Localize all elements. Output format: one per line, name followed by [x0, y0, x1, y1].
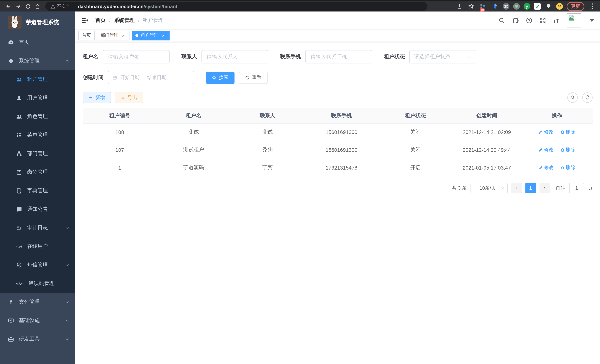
- extension-green-icon[interactable]: [534, 3, 541, 10]
- delete-link[interactable]: 删除: [560, 164, 575, 171]
- col-tenant-id: 租户编号: [83, 108, 157, 123]
- refresh-table-button[interactable]: [582, 92, 593, 103]
- bookmark-star-icon[interactable]: [467, 2, 475, 10]
- sidebar-item-notice[interactable]: 通知公告: [0, 200, 75, 219]
- plus-icon: [89, 95, 93, 100]
- tab-home[interactable]: 首页: [78, 31, 95, 40]
- filter-label: 创建时间: [83, 74, 103, 81]
- mobile-input[interactable]: [305, 50, 372, 64]
- reset-button[interactable]: 重置: [239, 71, 268, 84]
- filter-label: 联系人: [181, 53, 197, 60]
- breadcrumb-current: 租户管理: [143, 17, 164, 24]
- cell-created: 2021-12-14 21:02:09: [452, 123, 521, 141]
- sidebar-item-dev-tools[interactable]: 研发工具: [0, 330, 75, 348]
- browser-menu-icon[interactable]: [588, 2, 596, 10]
- cell-tenant-id: 108: [83, 123, 157, 141]
- breadcrumb-home[interactable]: 首页: [95, 17, 106, 24]
- sidebar-item-sms[interactable]: 短信管理: [0, 256, 75, 274]
- sidebar-item-payment[interactable]: ¥ 支付管理: [0, 293, 75, 311]
- filter-mobile: 联系手机: [280, 50, 372, 64]
- sidebar-item-online-users[interactable]: 在线用户: [0, 237, 75, 256]
- home-icon[interactable]: [33, 1, 42, 11]
- fullscreen-icon[interactable]: [539, 17, 547, 24]
- sidebar-item-dict[interactable]: 字典管理: [0, 181, 75, 200]
- reload-icon[interactable]: [23, 1, 33, 11]
- select-placeholder: 请选择租户状态: [414, 53, 467, 60]
- edit-link[interactable]: 修改: [538, 129, 554, 135]
- sidebar-item-system[interactable]: 系统管理: [0, 52, 75, 70]
- sidebar-item-user[interactable]: 用户管理: [0, 89, 75, 107]
- goto-page-input[interactable]: [569, 183, 584, 193]
- app-logo[interactable]: 芋道管理系统: [0, 11, 75, 33]
- sidebar-item-post[interactable]: 岗位管理: [0, 163, 75, 181]
- forward-icon[interactable]: [13, 1, 23, 11]
- sidebar-fold-icon[interactable]: [81, 16, 89, 25]
- tenant-name-input[interactable]: [103, 50, 169, 64]
- extension-drop-icon[interactable]: [491, 2, 499, 10]
- sidebar-item-menu[interactable]: 菜单管理: [0, 126, 75, 144]
- page-size-select[interactable]: 10条/页: [470, 183, 508, 193]
- yen-icon: ¥: [8, 298, 14, 306]
- delete-link[interactable]: 删除: [560, 147, 575, 153]
- delete-link[interactable]: 删除: [560, 129, 575, 135]
- extension-y-icon[interactable]: y: [524, 3, 530, 10]
- cell-contact: 测试: [231, 123, 304, 141]
- back-icon[interactable]: [4, 1, 13, 11]
- extensions-puzzle-icon[interactable]: [544, 2, 553, 10]
- sidebar-item-infrastructure[interactable]: 基础设施: [0, 311, 75, 330]
- page-1-button[interactable]: 1: [525, 183, 536, 193]
- extension-pin-icon[interactable]: 10: [479, 2, 487, 10]
- magnifier-icon: [570, 95, 575, 100]
- sidebar-item-label: 错误码管理: [28, 280, 55, 287]
- prev-page-button[interactable]: ‹: [511, 183, 522, 193]
- tab-close-icon[interactable]: ×: [161, 33, 166, 38]
- font-size-icon[interactable]: тT: [553, 17, 559, 24]
- help-icon[interactable]: [525, 17, 533, 24]
- user-group-icon: [16, 113, 22, 120]
- github-icon[interactable]: [512, 17, 519, 24]
- breadcrumb-separator: /: [109, 18, 111, 23]
- export-button-label: 导出: [128, 94, 137, 101]
- select-caret-icon: [467, 55, 471, 59]
- cell-tenant-name: 测试: [157, 123, 230, 141]
- tab-dept[interactable]: 部门管理 ×: [97, 31, 130, 40]
- tab-tenant[interactable]: 租户管理 ×: [132, 31, 169, 40]
- sidebar-item-dept[interactable]: 部门管理: [0, 144, 75, 163]
- avatar[interactable]: [567, 13, 581, 28]
- next-page-button[interactable]: ›: [540, 183, 550, 193]
- sidebar-item-label: 系统管理: [19, 57, 40, 64]
- sidebar-item-tenant[interactable]: 租户管理: [0, 70, 75, 89]
- url-bar[interactable]: 不安全 dashboard.yudao.iocoder.cn/system/te…: [45, 2, 427, 11]
- add-button[interactable]: 新增: [83, 92, 111, 103]
- avatar-caret-down-icon[interactable]: [590, 19, 594, 22]
- breadcrumb-system[interactable]: 系统管理: [114, 17, 135, 24]
- sidebar-item-label: 部门管理: [27, 150, 48, 157]
- sidebar-item-error-code[interactable]: </> 错误码管理: [0, 274, 75, 293]
- cell-status: 关闭: [378, 123, 452, 141]
- status-select[interactable]: 请选择租户状态: [409, 50, 476, 64]
- sidebar-item-label: 首页: [19, 39, 29, 46]
- search-icon[interactable]: [498, 17, 506, 24]
- share-icon[interactable]: [455, 2, 463, 10]
- sidebar-item-home[interactable]: 首页: [0, 33, 75, 52]
- edit-link[interactable]: 修改: [538, 147, 554, 153]
- export-button[interactable]: 导出: [115, 92, 143, 103]
- date-start-placeholder: 开始日期: [120, 74, 140, 81]
- extension-emoji-icon[interactable]: [556, 3, 563, 10]
- sidebar-item-audit-log[interactable]: 审计日志: [0, 219, 75, 237]
- extension-dot-icon[interactable]: [513, 3, 520, 10]
- contact-input[interactable]: [201, 50, 268, 64]
- tab-close-icon[interactable]: ×: [121, 33, 126, 38]
- extension-command-icon[interactable]: [503, 3, 509, 10]
- browser-update-button[interactable]: 更新: [567, 2, 584, 11]
- sidebar-item-role[interactable]: 角色管理: [0, 107, 75, 126]
- date-range-picker[interactable]: 开始日期 - 结束日期: [108, 71, 194, 84]
- search-button[interactable]: 搜索: [206, 71, 234, 84]
- show-search-button[interactable]: [567, 92, 578, 103]
- refresh-icon: [245, 75, 250, 80]
- edit-link[interactable]: 修改: [538, 164, 554, 171]
- monitor-icon: [8, 317, 14, 324]
- filter-label: 租户名: [83, 53, 98, 60]
- cell-status: 开启: [378, 159, 452, 177]
- sidebar-item-label: 研发工具: [19, 336, 40, 343]
